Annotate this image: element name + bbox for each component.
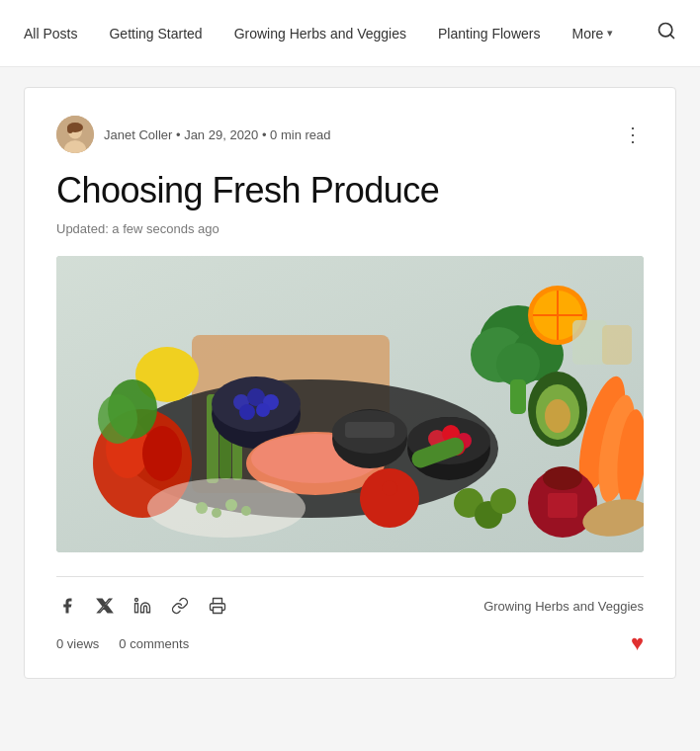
share-facebook-button[interactable] <box>56 595 78 617</box>
svg-point-65 <box>543 466 582 490</box>
chevron-down-icon: ▾ <box>607 27 613 40</box>
svg-point-24 <box>256 403 270 417</box>
svg-point-53 <box>98 394 137 444</box>
facebook-icon <box>58 597 76 615</box>
nav-items: All Posts Getting Started Growing Herbs … <box>24 26 641 42</box>
svg-point-23 <box>239 404 255 420</box>
svg-point-72 <box>135 599 138 602</box>
navigation: All Posts Getting Started Growing Herbs … <box>0 0 700 67</box>
search-icon <box>656 21 676 41</box>
svg-point-13 <box>142 426 182 481</box>
stats-row: 0 views 0 comments ♥ <box>56 632 644 654</box>
views-count: 0 views <box>56 636 99 651</box>
like-button[interactable]: ♥ <box>631 632 644 654</box>
search-button[interactable] <box>656 21 676 45</box>
svg-point-6 <box>67 125 73 133</box>
svg-point-63 <box>490 488 516 514</box>
svg-point-59 <box>360 468 419 528</box>
author-info: Janet Coller • Jan 29, 2020 • 0 min read <box>56 116 331 153</box>
post-tag: Growing Herbs and Veggies <box>483 599 644 614</box>
nav-growing-herbs[interactable]: Growing Herbs and Veggies <box>234 26 406 42</box>
svg-line-1 <box>670 35 674 39</box>
print-button[interactable] <box>207 595 228 617</box>
twitter-x-icon <box>96 597 114 615</box>
page-wrapper: Janet Coller • Jan 29, 2020 • 0 min read… <box>0 67 700 703</box>
post-image <box>56 256 644 552</box>
share-linkedin-button[interactable] <box>131 595 153 617</box>
nav-planting-flowers[interactable]: Planting Flowers <box>438 26 541 42</box>
nav-all-posts[interactable]: All Posts <box>24 26 77 42</box>
svg-point-60 <box>382 480 397 496</box>
nav-more-label: More <box>571 26 603 42</box>
link-icon <box>171 597 189 615</box>
svg-rect-73 <box>214 608 222 614</box>
share-icons <box>56 595 228 617</box>
svg-rect-70 <box>602 325 632 365</box>
divider <box>56 576 644 577</box>
linkedin-icon <box>133 597 151 615</box>
nav-getting-started[interactable]: Getting Started <box>109 26 202 42</box>
svg-rect-71 <box>135 604 138 613</box>
print-icon <box>209 597 226 615</box>
blog-post-card: Janet Coller • Jan 29, 2020 • 0 min read… <box>24 87 676 679</box>
comments-count: 0 comments <box>119 636 189 651</box>
avatar <box>56 116 94 153</box>
post-title: Choosing Fresh Produce <box>56 169 644 211</box>
author-row: Janet Coller • Jan 29, 2020 • 0 min read… <box>56 116 644 153</box>
svg-point-68 <box>147 478 306 538</box>
share-row: Growing Herbs and Veggies <box>56 595 644 617</box>
nav-more-dropdown[interactable]: More ▾ <box>571 26 613 42</box>
svg-rect-69 <box>572 320 607 365</box>
updated-text: Updated: a few seconds ago <box>56 221 644 236</box>
svg-rect-41 <box>510 379 526 414</box>
more-options-button[interactable]: ⋮ <box>623 125 644 144</box>
svg-point-48 <box>545 399 570 433</box>
share-twitter-button[interactable] <box>94 595 116 617</box>
copy-link-button[interactable] <box>169 595 191 617</box>
svg-rect-29 <box>345 422 394 438</box>
author-meta: Janet Coller • Jan 29, 2020 • 0 min read <box>104 127 331 142</box>
svg-rect-66 <box>548 493 577 518</box>
